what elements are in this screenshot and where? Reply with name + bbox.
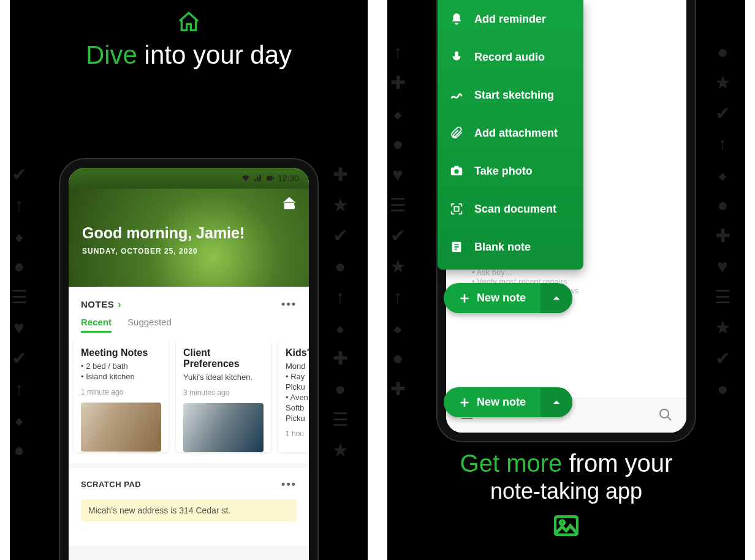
note-card[interactable]: Meeting Notes • 2 bed / bath • Island ki…: [74, 339, 169, 452]
note-card-title: Meeting Notes: [81, 347, 161, 358]
notes-section-header[interactable]: NOTES › •••: [69, 287, 309, 314]
menu-label: Start sketching: [474, 89, 554, 102]
svg-rect-8: [454, 206, 458, 211]
chevron-up-icon: [552, 293, 561, 303]
svg-point-6: [454, 169, 458, 173]
menu-scan-document[interactable]: Scan document: [438, 190, 583, 228]
tab-suggested[interactable]: Suggested: [127, 317, 172, 333]
notes-label: NOTES: [81, 299, 114, 309]
mic-icon: [450, 50, 463, 64]
decorative-pattern: ↑✚⬥●♥☰✔★↑⬥●✚: [387, 37, 425, 404]
note-card-line: • Aven: [286, 393, 309, 402]
note-card-title: Client Preferences: [183, 347, 264, 369]
notes-cards-row: Meeting Notes • 2 bed / bath • Island ki…: [69, 339, 309, 463]
headline-accent: Get more: [460, 450, 563, 477]
headline-accent: Dive: [86, 40, 137, 69]
headline-rest: from your: [569, 450, 672, 477]
svg-point-2: [290, 205, 295, 209]
scan-icon: [450, 202, 463, 216]
plus-icon: [458, 292, 471, 305]
tab-recent[interactable]: Recent: [81, 317, 112, 333]
menu-label: Scan document: [474, 203, 556, 216]
note-card-line: Picku: [286, 382, 309, 392]
menu-start-sketching[interactable]: Start sketching: [438, 76, 583, 114]
note-card-line: Yuki's ideal kitchen.: [183, 373, 264, 382]
fab-expand[interactable]: [541, 284, 572, 313]
menu-label: Blank note: [474, 241, 531, 254]
image-icon: [554, 515, 579, 539]
menu-label: Take photo: [474, 165, 533, 178]
status-bar: 12:30: [69, 168, 309, 189]
search-icon[interactable]: [658, 407, 673, 425]
menu-label: Add reminder: [474, 13, 546, 26]
more-icon[interactable]: •••: [281, 478, 297, 491]
attachment-icon: [450, 126, 463, 140]
menu-label: Record audio: [474, 51, 545, 64]
svg-point-11: [560, 521, 564, 525]
fab-label: New note: [477, 396, 526, 409]
scratchpad-section: SCRATCH PAD ••• Micah's new address is 3…: [69, 468, 309, 546]
headline: Dive into your day: [10, 10, 368, 70]
note-thumbnail: [81, 403, 161, 452]
create-menu: Add reminder Record audio Start sketchin…: [438, 0, 583, 270]
note-card-meta: 1 hou: [286, 429, 309, 438]
note-card-line: Picku: [286, 414, 309, 423]
new-note-fab[interactable]: New note: [444, 283, 572, 313]
svg-rect-0: [267, 176, 272, 181]
customize-home-icon[interactable]: [281, 195, 298, 212]
menu-add-attachment[interactable]: Add attachment: [438, 114, 583, 152]
promo-panel-left: ✔↑⬥●☰♥✔↑⬥● ✚★✔●↑⬥✚●☰★ Dive into your day…: [0, 0, 378, 560]
more-icon[interactable]: •••: [281, 298, 297, 311]
note-card-line: • Ray: [286, 372, 309, 381]
bell-icon: [450, 12, 463, 26]
plus-icon: [458, 396, 471, 409]
status-time: 12:30: [278, 173, 299, 183]
sketch-icon: [450, 88, 463, 102]
headline-rest: into your day: [145, 40, 292, 69]
menu-add-reminder[interactable]: Add reminder: [438, 0, 583, 38]
svg-rect-7: [454, 166, 458, 168]
headline-line2: note-taking app: [387, 479, 745, 504]
new-note-fab[interactable]: New note: [444, 387, 572, 417]
phone-mockup-home: 12:30 Good morning, Jamie! SUNDAY, OCTOB…: [60, 159, 317, 560]
scratchpad-note[interactable]: Micah's new address is 314 Cedar st.: [81, 499, 297, 521]
fab-label: New note: [477, 292, 526, 305]
menu-label: Add attachment: [474, 127, 558, 140]
note-thumbnail: [183, 403, 264, 452]
menu-record-audio[interactable]: Record audio: [438, 38, 583, 76]
signal-icon: [253, 174, 263, 183]
chevron-right-icon: ›: [118, 299, 121, 310]
decorative-pattern: ✚★✔●↑⬥✚●☰★: [325, 159, 368, 466]
date-text: SUNDAY, OCTOBER 25, 2020: [82, 247, 295, 255]
note-card-line: • 2 bed / bath: [81, 361, 161, 371]
wifi-icon: [241, 174, 251, 183]
greeting-text: Good morning, Jamie!: [82, 224, 295, 242]
chevron-up-icon: [552, 398, 561, 407]
fab-expand[interactable]: [541, 388, 572, 417]
note-card-line: Mond: [286, 361, 309, 371]
note-icon: [450, 240, 463, 254]
notes-tabs: Recent Suggested: [69, 314, 309, 339]
home-icon: [176, 10, 201, 37]
battery-icon: [265, 174, 275, 183]
decorative-pattern: ●★✔↑⬥●✚♥☰★✔●: [707, 37, 745, 404]
note-card-title: Kids': [286, 347, 309, 358]
note-card-line: Softb: [286, 403, 309, 412]
promo-panel-right: ↑✚⬥●♥☰✔★↑⬥●✚ ●★✔↑⬥●✚♥☰★✔● MeetingClient …: [378, 0, 755, 560]
note-card[interactable]: Kids' Mond • Ray Picku • Aven Softb Pick…: [278, 339, 309, 452]
scratchpad-label: SCRATCH PAD: [81, 480, 141, 489]
svg-rect-1: [273, 177, 274, 180]
headline: Get more from your note-taking app: [387, 450, 745, 539]
menu-take-photo[interactable]: Take photo: [438, 152, 583, 190]
home-hero: Good morning, Jamie! SUNDAY, OCTOBER 25,…: [69, 189, 309, 287]
note-card-meta: 3 minutes ago: [183, 388, 264, 397]
menu-blank-note[interactable]: Blank note: [438, 228, 583, 266]
note-card-line: • Island kitchen: [81, 372, 161, 381]
camera-icon: [450, 164, 463, 178]
note-card-meta: 1 minute ago: [81, 388, 161, 396]
svg-point-3: [660, 409, 669, 418]
decorative-pattern: ✔↑⬥●☰♥✔↑⬥●: [10, 159, 53, 466]
note-card[interactable]: Client Preferences Yuki's ideal kitchen.…: [176, 339, 271, 452]
